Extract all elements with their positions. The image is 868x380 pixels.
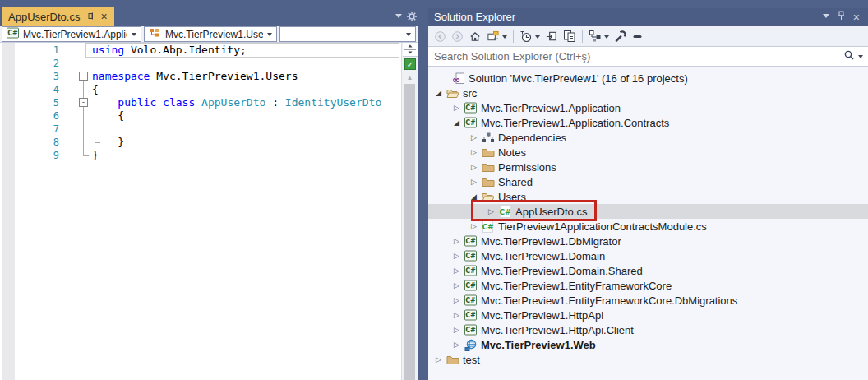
tree-item-mvc-tierpreview1-web[interactable]: ▷Mvc.TierPreview1.Web xyxy=(428,337,868,352)
collapse-arrow-icon[interactable]: ◢ xyxy=(432,89,445,97)
line-number: 9 xyxy=(16,149,59,162)
expand-arrow-icon[interactable]: ▷ xyxy=(468,148,480,156)
line-number: 3 xyxy=(16,70,59,83)
tree-item-label: Users xyxy=(496,191,526,203)
tree-item-solution-mvc-tierpreview1-16-of-16-project[interactable]: ∞Solution 'Mvc.TierPreview1' (16 of 16 p… xyxy=(428,71,868,86)
csharp-project-icon: C# xyxy=(463,280,478,291)
search-icon[interactable] xyxy=(843,49,855,64)
editor-scrollbar[interactable]: ✓ ▲ xyxy=(401,43,418,380)
code-editor[interactable]: 1using Volo.Abp.Identity;23namespace Mvc… xyxy=(0,43,403,380)
member-dropdown[interactable] xyxy=(279,26,416,42)
window-position-chevron-icon[interactable] xyxy=(823,14,829,21)
collapse-region-icon[interactable]: - xyxy=(79,98,88,107)
properties-button[interactable] xyxy=(612,28,630,44)
scrollbar-thumb[interactable] xyxy=(404,84,415,380)
project-dropdown[interactable]: C# Mvc.TierPreview1.Applica: xyxy=(2,26,141,42)
code-health-check-icon[interactable]: ✓ xyxy=(404,58,416,70)
svg-text:C#: C# xyxy=(465,327,476,334)
folder-icon xyxy=(480,176,496,188)
tree-item-mvc-tierpreview1-httpapi[interactable]: ▷C#Mvc.TierPreview1.HttpApi xyxy=(428,308,868,322)
code-line-6: 6 { xyxy=(0,109,403,123)
tree-item-mvc-tierpreview1-httpapi-client[interactable]: ▷C#Mvc.TierPreview1.HttpApi.Client xyxy=(428,322,868,337)
tree-item-dependencies[interactable]: ▷Dependencies xyxy=(428,130,868,145)
folder-open-icon xyxy=(445,87,460,99)
line-number: 8 xyxy=(16,136,59,149)
solution-explorer-titlebar[interactable]: Solution Explorer × xyxy=(428,8,868,26)
expand-arrow-icon[interactable]: ▷ xyxy=(468,178,480,186)
tree-item-test[interactable]: ▷test xyxy=(428,352,868,367)
tree-item-users[interactable]: ◢Users xyxy=(428,189,868,204)
expand-arrow-icon[interactable]: ▷ xyxy=(450,252,463,260)
switch-views-chevron-icon[interactable] xyxy=(502,35,507,41)
editor-settings-gear-icon[interactable] xyxy=(406,11,418,25)
pin-window-icon[interactable] xyxy=(837,8,846,26)
tree-item-label: Shared xyxy=(496,176,533,188)
tree-item-mvc-tierpreview1-domain-shared[interactable]: ▷C#Mvc.TierPreview1.Domain.Shared xyxy=(428,263,868,278)
file-nesting-button[interactable] xyxy=(586,28,604,44)
sync-with-active-document-button[interactable] xyxy=(542,28,561,44)
back-button[interactable] xyxy=(432,28,449,44)
tree-item-mvc-tierpreview1-entityframeworkcore[interactable]: ▷C#Mvc.TierPreview1.EntityFrameworkCore xyxy=(428,278,868,293)
file-nesting-chevron-icon[interactable] xyxy=(604,35,609,41)
outlining-guide-dotted xyxy=(95,107,95,142)
collapse-arrow-icon[interactable]: ◢ xyxy=(450,118,463,127)
svg-text:C#: C# xyxy=(465,238,476,245)
expand-arrow-icon[interactable]: ▷ xyxy=(450,281,463,290)
switch-views-button[interactable] xyxy=(484,28,502,44)
document-tab-appuserdto[interactable]: AppUserDto.cs × xyxy=(2,7,114,26)
tree-item-label: TierPreview1ApplicationContractsModule.c… xyxy=(496,220,707,233)
csharp-file-icon: C# xyxy=(497,206,513,218)
expand-arrow-icon[interactable]: ▷ xyxy=(450,326,463,334)
tree-item-label: Mvc.TierPreview1.Web xyxy=(478,339,596,351)
tree-item-label: Mvc.TierPreview1.Domain.Shared xyxy=(478,265,643,277)
tree-item-appuserdto-cs[interactable]: ▷C#AppUserDto.cs xyxy=(428,204,868,219)
tree-item-label: test xyxy=(460,354,480,366)
forward-button[interactable] xyxy=(449,28,466,44)
expand-arrow-icon[interactable]: ▷ xyxy=(450,266,463,275)
tree-item-src[interactable]: ◢src xyxy=(428,86,868,100)
tab-list-chevron-icon[interactable] xyxy=(395,14,402,21)
tree-item-notes[interactable]: ▷Notes xyxy=(428,145,868,160)
tree-item-mvc-tierpreview1-application-contracts[interactable]: ◢C#Mvc.TierPreview1.Application.Contract… xyxy=(428,115,868,130)
csharp-file-icon: C# xyxy=(480,220,496,233)
split-window-handle[interactable] xyxy=(403,43,418,57)
collapse-arrow-icon[interactable]: ◢ xyxy=(468,192,480,201)
home-button[interactable] xyxy=(466,28,484,44)
close-window-icon[interactable]: × xyxy=(853,8,860,26)
expand-arrow-icon[interactable]: ▷ xyxy=(468,133,480,141)
folder-icon xyxy=(480,161,496,173)
tree-item-tierpreview1applicationcontractsmodule-cs[interactable]: ▷C#TierPreview1ApplicationContractsModul… xyxy=(428,219,868,234)
tree-item-mvc-tierpreview1-dbmigrator[interactable]: ▷C#Mvc.TierPreview1.DbMigrator xyxy=(428,234,868,248)
line-number: 5 xyxy=(16,96,59,109)
solution-explorer-toolbar xyxy=(428,26,868,46)
collapse-region-icon[interactable]: - xyxy=(79,72,88,81)
preview-selected-items-button[interactable] xyxy=(630,28,646,44)
solution-icon: ∞ xyxy=(450,72,466,85)
csharp-project-icon: C# xyxy=(463,102,478,114)
tree-item-permissions[interactable]: ▷Permissions xyxy=(428,160,868,174)
svg-text:C#: C# xyxy=(465,312,476,319)
close-tab-icon[interactable]: × xyxy=(100,11,107,22)
scroll-up-arrow-icon[interactable]: ▲ xyxy=(402,73,418,83)
web-project-icon xyxy=(463,339,478,351)
expand-arrow-icon[interactable]: ▷ xyxy=(485,207,497,215)
expand-arrow-icon[interactable]: ▷ xyxy=(450,104,463,112)
expand-arrow-icon[interactable]: ▷ xyxy=(450,237,463,245)
expand-arrow-icon[interactable]: ▷ xyxy=(468,222,480,230)
tree-item-mvc-tierpreview1-entityframeworkcore-dbmig[interactable]: ▷C#Mvc.TierPreview1.EntityFrameworkCore.… xyxy=(428,293,868,308)
tree-item-shared[interactable]: ▷Shared xyxy=(428,174,868,189)
collapse-all-button[interactable] xyxy=(561,28,579,44)
expand-arrow-icon[interactable]: ▷ xyxy=(450,341,463,349)
expand-arrow-icon[interactable]: ▷ xyxy=(432,355,445,364)
pending-changes-filter-button[interactable] xyxy=(517,28,535,44)
pin-tab-icon[interactable] xyxy=(85,9,95,24)
expand-arrow-icon[interactable]: ▷ xyxy=(450,296,463,304)
type-dropdown[interactable]: Mvc.TierPreview1.Users.A xyxy=(144,26,277,42)
tree-item-mvc-tierpreview1-domain[interactable]: ▷C#Mvc.TierPreview1.Domain xyxy=(428,248,868,263)
expand-arrow-icon[interactable]: ▷ xyxy=(468,163,480,171)
tree-item-mvc-tierpreview1-application[interactable]: ▷C#Mvc.TierPreview1.Application xyxy=(428,100,868,115)
search-solution-explorer-input[interactable]: Search Solution Explorer (Ctrl+ş) xyxy=(428,46,868,67)
search-options-chevron-icon[interactable] xyxy=(858,55,863,61)
expand-arrow-icon[interactable]: ▷ xyxy=(450,311,463,319)
pending-changes-filter-chevron-icon[interactable] xyxy=(535,35,540,41)
